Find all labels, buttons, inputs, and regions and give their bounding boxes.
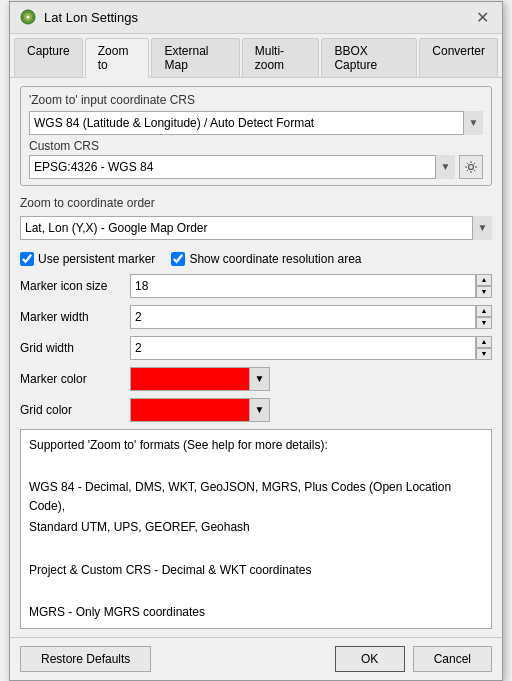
marker-width-row: Marker width ▲ ▼	[20, 305, 492, 329]
svg-point-2	[27, 16, 30, 19]
custom-crs-label: Custom CRS	[29, 139, 483, 153]
marker-color-picker: ▼	[130, 367, 270, 391]
info-line-6	[29, 582, 483, 601]
dialog-footer: Restore Defaults OK Cancel	[10, 637, 502, 680]
checkbox-row: Use persistent marker Show coordinate re…	[20, 252, 492, 266]
coord-order-wrapper: Lat, Lon (Y,X) - Google Map Order ▼	[20, 216, 492, 240]
marker-icon-size-row: Marker icon size ▲ ▼	[20, 274, 492, 298]
grid-color-row: Grid color ▼	[20, 398, 492, 422]
grid-width-input[interactable]	[130, 336, 476, 360]
crs-combo-row: WGS 84 (Latitude & Longitude) / Auto Det…	[29, 111, 483, 135]
marker-icon-size-label: Marker icon size	[20, 279, 130, 293]
marker-icon-size-spinner: ▲ ▼	[130, 274, 492, 298]
crs-combo-wrapper: WGS 84 (Latitude & Longitude) / Auto Det…	[29, 111, 483, 135]
crs-group-label: 'Zoom to' input coordinate CRS	[29, 93, 483, 107]
coord-order-label: Zoom to coordinate order	[20, 196, 492, 210]
ok-button[interactable]: OK	[335, 646, 405, 672]
info-line-7: MGRS - Only MGRS coordinates	[29, 603, 483, 622]
grid-width-label: Grid width	[20, 341, 130, 355]
grid-width-btns: ▲ ▼	[476, 336, 492, 360]
app-icon	[20, 9, 36, 25]
grid-color-picker: ▼	[130, 398, 270, 422]
crs-select[interactable]: WGS 84 (Latitude & Longitude) / Auto Det…	[29, 111, 483, 135]
custom-crs-select[interactable]: EPSG:4326 - WGS 84	[29, 155, 455, 179]
tab-bar: Capture Zoom to External Map Multi-zoom …	[10, 34, 502, 78]
dialog-title: Lat Lon Settings	[44, 10, 138, 25]
close-button[interactable]: ✕	[472, 7, 492, 27]
title-bar: Lat Lon Settings ✕	[10, 2, 502, 34]
tab-external-map[interactable]: External Map	[151, 38, 239, 77]
grid-width-down[interactable]: ▼	[476, 348, 492, 360]
marker-color-label: Marker color	[20, 372, 130, 386]
marker-icon-size-input[interactable]	[130, 274, 476, 298]
show-resolution-checkbox[interactable]	[171, 252, 185, 266]
tab-converter[interactable]: Converter	[419, 38, 498, 77]
tab-zoom-to[interactable]: Zoom to	[85, 38, 150, 78]
info-line-2: WGS 84 - Decimal, DMS, WKT, GeoJSON, MGR…	[29, 478, 483, 516]
marker-color-swatch[interactable]	[130, 367, 250, 391]
dialog: Lat Lon Settings ✕ Capture Zoom to Exter…	[9, 1, 503, 681]
info-line-8	[29, 624, 483, 628]
content-area: 'Zoom to' input coordinate CRS WGS 84 (L…	[10, 78, 502, 637]
coord-order-row: Lat, Lon (Y,X) - Google Map Order ▼	[20, 216, 492, 240]
marker-width-up[interactable]: ▲	[476, 305, 492, 317]
marker-color-row: Marker color ▼	[20, 367, 492, 391]
coord-order-select[interactable]: Lat, Lon (Y,X) - Google Map Order	[20, 216, 492, 240]
show-resolution-item: Show coordinate resolution area	[171, 252, 361, 266]
marker-icon-size-btns: ▲ ▼	[476, 274, 492, 298]
settings-icon	[464, 160, 478, 174]
marker-color-dropdown[interactable]: ▼	[250, 367, 270, 391]
grid-width-row: Grid width ▲ ▼	[20, 336, 492, 360]
marker-icon-size-up[interactable]: ▲	[476, 274, 492, 286]
marker-width-label: Marker width	[20, 310, 130, 324]
info-box-content[interactable]: Supported 'Zoom to' formats (See help fo…	[21, 430, 491, 629]
cancel-button[interactable]: Cancel	[413, 646, 492, 672]
tab-multi-zoom[interactable]: Multi-zoom	[242, 38, 320, 77]
crs-group: 'Zoom to' input coordinate CRS WGS 84 (L…	[20, 86, 492, 186]
grid-width-up[interactable]: ▲	[476, 336, 492, 348]
persistent-marker-checkbox[interactable]	[20, 252, 34, 266]
title-bar-left: Lat Lon Settings	[20, 9, 138, 25]
marker-width-spinner: ▲ ▼	[130, 305, 492, 329]
info-line-5: Project & Custom CRS - Decimal & WKT coo…	[29, 561, 483, 580]
grid-width-spinner: ▲ ▼	[130, 336, 492, 360]
tab-bbox-capture[interactable]: BBOX Capture	[321, 38, 417, 77]
persistent-marker-label: Use persistent marker	[38, 252, 155, 266]
marker-width-down[interactable]: ▼	[476, 317, 492, 329]
marker-width-btns: ▲ ▼	[476, 305, 492, 329]
info-line-3: Standard UTM, UPS, GEOREF, Geohash	[29, 518, 483, 537]
restore-defaults-button[interactable]: Restore Defaults	[20, 646, 151, 672]
custom-crs-wrapper: EPSG:4326 - WGS 84 ▼	[29, 155, 455, 179]
grid-color-label: Grid color	[20, 403, 130, 417]
info-line-4	[29, 539, 483, 558]
grid-color-dropdown[interactable]: ▼	[250, 398, 270, 422]
info-box: Supported 'Zoom to' formats (See help fo…	[20, 429, 492, 629]
info-line-0: Supported 'Zoom to' formats (See help fo…	[29, 436, 483, 455]
marker-width-input[interactable]	[130, 305, 476, 329]
crs-settings-button[interactable]	[459, 155, 483, 179]
marker-icon-size-down[interactable]: ▼	[476, 286, 492, 298]
show-resolution-label: Show coordinate resolution area	[189, 252, 361, 266]
tab-capture[interactable]: Capture	[14, 38, 83, 77]
footer-right: OK Cancel	[335, 646, 492, 672]
persistent-marker-item: Use persistent marker	[20, 252, 155, 266]
grid-color-swatch[interactable]	[130, 398, 250, 422]
svg-point-3	[469, 164, 474, 169]
custom-crs-row: EPSG:4326 - WGS 84 ▼	[29, 155, 483, 179]
info-line-1	[29, 457, 483, 476]
